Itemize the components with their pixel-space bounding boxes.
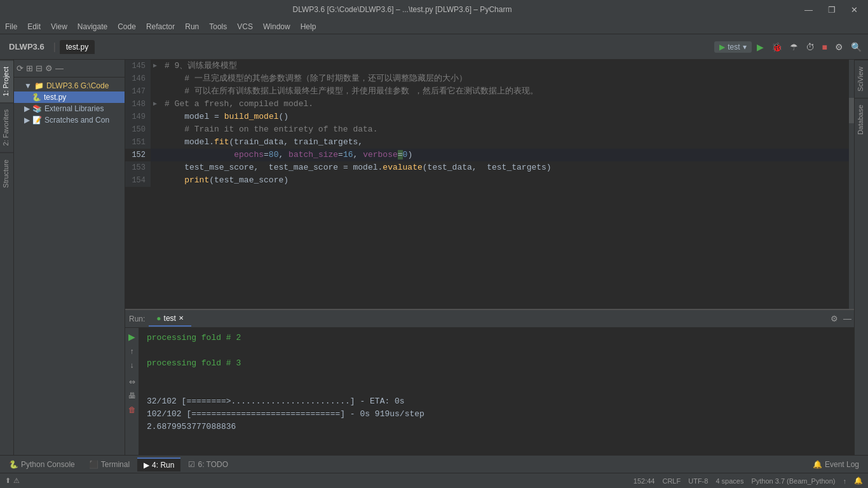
- line-number: 154: [125, 174, 151, 187]
- menu-item-run[interactable]: Run: [180, 21, 204, 32]
- run-config-selector[interactable]: ▶ test ▾: [714, 41, 751, 53]
- menu-item-tools[interactable]: Tools: [204, 21, 232, 32]
- run-tools-tab[interactable]: ▶ 4: Run: [137, 458, 180, 471]
- todo-icon: ☑: [188, 460, 195, 469]
- code-editor[interactable]: 145 ▶ # 9、训练最终模型 146 # 一旦完成模型的其他参数调整（除了时…: [125, 60, 849, 309]
- indent-indicator[interactable]: 4 spaces: [715, 477, 743, 485]
- debug-icon[interactable]: 🐞: [769, 41, 785, 53]
- toolbar-tab-file[interactable]: test.py: [60, 40, 95, 54]
- scroll-up-button[interactable]: ↑: [129, 346, 135, 357]
- line-content: model.fit(train_data, train_targets,: [159, 136, 849, 149]
- line-ending-indicator[interactable]: CRLF: [662, 477, 681, 485]
- panel-settings-btn[interactable]: ⚙: [828, 313, 841, 325]
- line-content: model = build_model(): [159, 111, 849, 123]
- tree-item-label-testpy: test.py: [44, 93, 66, 102]
- run-tab[interactable]: ● test ✕: [149, 311, 191, 327]
- terminal-line-5: [147, 383, 846, 395]
- file-icon: 🐍: [32, 93, 41, 102]
- softwrap-button[interactable]: ⇔: [128, 376, 137, 388]
- line-content: epochs=80, batch_size=16, verbose=0): [159, 149, 849, 161]
- structure-side-tab[interactable]: Structure: [0, 152, 13, 194]
- editor-scrollbar[interactable]: [849, 60, 854, 309]
- line-content: # 9、训练最终模型: [159, 60, 849, 72]
- code-line-145: 145 ▶ # 9、训练最终模型: [125, 60, 849, 72]
- settings-icon[interactable]: ⚙: [832, 41, 846, 53]
- tree-item-testpy[interactable]: 🐍 test.py: [14, 92, 125, 103]
- terminal-icon: ⬛: [89, 460, 98, 469]
- line-number: 149: [125, 111, 151, 123]
- todo-tab[interactable]: ☑ 6: TODO: [182, 458, 234, 471]
- stop-icon[interactable]: ■: [820, 41, 830, 53]
- encoding-indicator[interactable]: UTF-8: [688, 477, 708, 485]
- terminal-line-3: processing fold # 3: [147, 357, 846, 370]
- coverage-icon[interactable]: ☂: [787, 41, 801, 53]
- code-line-149: 149 model = build_model(): [125, 111, 849, 123]
- tree-arrow-icon: ▼: [24, 81, 32, 90]
- panel-minimize-icon[interactable]: —: [55, 64, 64, 73]
- run-output-area: ▶ ↑ ↓ ⇔ 🖶 🗑 processing fold # 2 processi…: [125, 328, 854, 455]
- toolbar: DLWP3.6 | test.py ▶ test ▾ ▶ 🐞 ☂ ⏱ ■ ⚙ 🔍: [0, 34, 868, 60]
- window-controls: — ❐ ✕: [799, 4, 863, 16]
- toolbar-separator: |: [53, 41, 56, 53]
- terminal-line-7: 102/102 [==============================]…: [147, 408, 846, 421]
- tree-item-scratches[interactable]: ▶ 📝 Scratches and Con: [14, 114, 125, 126]
- line-content: # Get a fresh, compiled model.: [159, 98, 849, 111]
- panel-settings-icon[interactable]: ⚙: [45, 64, 53, 73]
- favorites-side-tab[interactable]: 2: Favorites: [0, 102, 13, 152]
- run-config-dropdown-icon[interactable]: ▾: [743, 43, 747, 51]
- titlebar: DLWP3.6 [G:\Code\DLWP3.6] – ...\test.py …: [0, 0, 868, 19]
- terminal-tab[interactable]: ⬛ Terminal: [83, 458, 136, 471]
- terminal-label: Terminal: [101, 460, 130, 469]
- maximize-button[interactable]: ❐: [823, 4, 841, 16]
- menu-item-code[interactable]: Code: [112, 21, 141, 32]
- menu-item-vcs[interactable]: VCS: [232, 21, 258, 32]
- menu-item-help[interactable]: Help: [295, 21, 322, 32]
- menu-item-view[interactable]: View: [46, 21, 72, 32]
- terminal-output: processing fold # 2 processing fold # 3 …: [139, 328, 854, 455]
- tree-item-root[interactable]: ▼ 📁 DLWP3.6 G:\Code: [14, 80, 125, 92]
- print-button[interactable]: 🖶: [127, 390, 137, 402]
- notification-indicator[interactable]: 🔔: [854, 477, 863, 485]
- menu-item-file[interactable]: File: [0, 21, 22, 32]
- panel-collapse-icon[interactable]: ⊟: [36, 64, 43, 73]
- line-col-indicator[interactable]: 152:44: [634, 477, 655, 485]
- scrollbar-thumb[interactable]: [849, 98, 854, 123]
- fold-gutter[interactable]: ▶: [151, 60, 159, 72]
- bottom-panel: Run: ● test ✕ ⚙ — ▶ ↑ ↓ ⇔ 🖶 🗑: [125, 309, 854, 455]
- run-label: Run:: [125, 315, 149, 323]
- line-number: 150: [125, 123, 151, 136]
- statusbar: ⬆ ⚠ 152:44 CRLF UTF-8 4 spaces Python 3.…: [0, 473, 868, 488]
- run-icon[interactable]: ▶: [754, 41, 766, 53]
- editor-area: 145 ▶ # 9、训练最终模型 146 # 一旦完成模型的其他参数调整（除了时…: [125, 60, 854, 309]
- menu-item-refactor[interactable]: Refactor: [141, 21, 180, 32]
- event-log-tab[interactable]: 🔔 Event Log: [806, 458, 865, 471]
- close-button[interactable]: ✕: [846, 4, 863, 16]
- rerun-button[interactable]: ▶: [127, 330, 137, 343]
- fold-gutter[interactable]: ▶: [151, 98, 159, 111]
- tree-item-extlibs[interactable]: ▶ 📚 External Libraries: [14, 103, 125, 114]
- panel-minimize-btn[interactable]: —: [841, 313, 854, 325]
- panel-expand-icon[interactable]: ⊞: [26, 64, 33, 73]
- python-console-tab[interactable]: 🐍 Python Console: [3, 458, 81, 471]
- panel-sync-icon[interactable]: ⟳: [17, 64, 24, 73]
- project-side-tab[interactable]: 1: Project: [0, 60, 13, 102]
- menu-item-edit[interactable]: Edit: [22, 21, 46, 32]
- code-line-147: 147 # 可以在所有训练数据上训练最终生产模型，并使用最佳参数 ，然后看它在测…: [125, 85, 849, 98]
- python-version-indicator[interactable]: Python 3.7 (Beam_Python): [751, 477, 835, 485]
- database-side-tab[interactable]: Database: [855, 98, 868, 141]
- event-log-label: Event Log: [825, 460, 859, 469]
- sciview-side-tab[interactable]: SciView: [855, 60, 868, 98]
- minimize-button[interactable]: —: [799, 4, 818, 16]
- menu-item-navigate[interactable]: Navigate: [72, 21, 112, 32]
- run-tools-icon: ▶: [144, 461, 149, 470]
- run-tab-close-icon[interactable]: ✕: [179, 315, 184, 322]
- center-area: 145 ▶ # 9、训练最终模型 146 # 一旦完成模型的其他参数调整（除了时…: [125, 60, 854, 455]
- menu-item-window[interactable]: Window: [258, 21, 295, 32]
- toolbar-icons: ▶ 🐞 ☂ ⏱ ■ ⚙: [754, 41, 846, 53]
- run-control-buttons: ▶ ↑ ↓ ⇔ 🖶 🗑: [125, 328, 139, 455]
- vcs-push-indicator[interactable]: ↑: [843, 477, 847, 485]
- scroll-down-button[interactable]: ↓: [129, 360, 135, 371]
- search-everywhere-icon[interactable]: 🔍: [848, 41, 864, 53]
- clear-button[interactable]: 🗑: [127, 404, 137, 416]
- profile-icon[interactable]: ⏱: [803, 41, 817, 53]
